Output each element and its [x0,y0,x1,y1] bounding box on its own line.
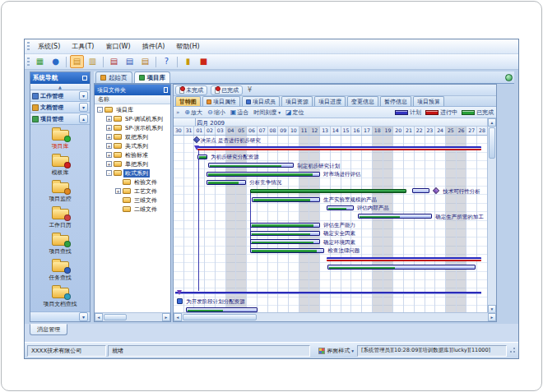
filter-extra-icon[interactable]: ¥ [248,86,252,94]
modules-icon[interactable]: ▦ [33,55,47,68]
tab-message-management[interactable]: 消息管理 [30,324,67,335]
sidebar-item-template-library[interactable]: 模板库 [30,154,90,180]
collapse-icon[interactable]: - [106,170,112,176]
gantt-task-bar[interactable] [250,223,320,228]
folder-network-icon[interactable]: ▥ [86,55,100,68]
lock-icon[interactable]: ▮ [181,55,195,68]
tree-item-1[interactable]: -项目库 [95,105,170,114]
tree-item-2[interactable]: +SP-调试机系列 [95,114,170,123]
gantt-task-bar[interactable] [250,231,320,236]
tree-item-4[interactable]: +双把系列 [95,132,170,141]
gantt-task-bar[interactable] [197,154,207,159]
expand-icon[interactable]: + [106,152,112,158]
tree-item-12[interactable]: 二维文件 [95,205,170,214]
tree-item-5[interactable]: +美式系列 [95,141,170,150]
tree-hscroll-thumb[interactable] [104,314,127,321]
gantt-vscroll-thumb[interactable] [489,127,495,159]
gantt-tab-5[interactable]: 项目进度 [314,96,346,106]
zoom-in-button[interactable]: ⊕放大 [182,108,205,118]
tree-column-header[interactable]: 名称 [95,95,170,104]
gantt-task-bar[interactable] [250,248,324,253]
scroll-right-icon[interactable]: ▸ [488,313,496,321]
gantt-tab-3[interactable]: 项目成员 [242,96,280,106]
exit-icon[interactable]: ■ [197,55,211,68]
tab-scroll-icon[interactable] [505,74,513,81]
chevron-down-icon[interactable]: ▾ [79,103,88,112]
gantt-tab-6[interactable]: 变更信息 [347,96,378,106]
interface-style-button[interactable]: 界面样式 ▾ [318,347,354,355]
sidebar-item-project-monitor[interactable]: 项目监控 [30,180,90,206]
tab-start-page[interactable]: 起始页 [95,71,132,83]
tree-item-3[interactable]: +SP-演示机系列 [95,123,170,132]
expand-icon[interactable]: + [106,134,112,140]
gantt-summary-bar[interactable] [250,189,406,193]
globe-icon[interactable]: ● [49,55,63,68]
report-user-icon[interactable]: ▤ [123,55,137,68]
expand-icon[interactable]: + [106,125,112,131]
chevron-down-icon[interactable]: ▾ [79,312,88,321]
menu-item-3[interactable]: 窗口(W) [100,40,136,53]
gantt-active-bar[interactable] [197,146,481,150]
sidebar-section-document[interactable]: 文档管理▾ [30,102,90,113]
timescale-button[interactable]: 时间刻度▾ [251,108,283,118]
gantt-task-bar[interactable] [252,197,320,202]
gantt-task-bar[interactable] [250,239,320,244]
tree-item-9[interactable]: 检验文件 [95,178,170,187]
sidebar-item-project-doc-search[interactable]: 项目文档查找 [30,285,90,311]
menu-item-2[interactable]: 工具(T) [66,40,100,53]
help-icon[interactable]: ? [160,55,174,68]
resize-grip[interactable] [508,347,516,354]
unfinished-filter-button[interactable]: 未完成 [175,85,207,95]
scroll-up-icon[interactable]: ▴ [488,118,496,127]
expand-icon[interactable]: + [106,116,112,122]
overflow-chevron-icon[interactable]: » [176,109,179,116]
gantt-task-bar[interactable] [207,172,320,177]
gantt-task-bar[interactable] [358,214,432,219]
sidebar-item-work-calendar[interactable]: 工作日历 [30,206,90,233]
gantt-vscrollbar[interactable]: ▴ ▾ [487,118,496,313]
menu-item-5[interactable]: 帮助(H) [170,40,205,53]
gantt-task-bar[interactable] [208,163,294,168]
zoom-out-button[interactable]: ⊖缩小 [205,108,228,118]
gantt-task-bar[interactable] [327,205,354,210]
folder-open-icon[interactable]: ▤ [70,55,84,68]
menu-item-4[interactable]: 插件(A) [137,40,171,53]
gantt-task-bar[interactable] [327,265,475,270]
expand-icon[interactable]: + [115,188,121,194]
gantt-tab-1[interactable]: 甘特图 [175,96,201,106]
tree-item-10[interactable]: +工艺文件 [95,187,170,196]
tree-hscrollbar[interactable]: ◂ ▸ [95,312,170,321]
sidebar-bottom-bar[interactable]: ▾ [30,311,90,321]
tree-item-7[interactable]: +单把系列 [95,159,170,168]
tab-project-library[interactable]: 项目库 [134,71,171,83]
sidebar-scroll-up[interactable]: ▲ [30,84,90,90]
sidebar-item-task-search[interactable]: 任务查找 [30,259,90,285]
expand-icon[interactable]: + [106,161,112,167]
gantt-tab-8[interactable]: 项目预算 [413,96,444,106]
report-time-icon[interactable]: ▤ [138,55,152,68]
sidebar-section-project[interactable]: 项目管理▴ [30,113,90,125]
menu-item-1[interactable]: 系统(S) [32,40,66,53]
gantt-tab-7[interactable]: 暂停信息 [380,96,411,106]
collapse-icon[interactable] [82,76,87,81]
finished-filter-button[interactable]: 已完成 [211,85,243,95]
gantt-active-bar[interactable] [327,257,481,261]
collapse-icon[interactable]: - [97,107,103,113]
tree-item-11[interactable]: 三维文件 [95,196,170,205]
fit-button[interactable]: ▣适合 [228,108,252,118]
scroll-left-icon[interactable]: ◂ [95,313,103,321]
gantt-hscroll-thumb[interactable] [183,314,257,321]
pin-icon[interactable] [164,87,168,93]
locate-button[interactable]: ◪定位 [283,108,307,118]
sidebar-item-project-library[interactable]: 项目库 [30,127,90,154]
gantt-tab-4[interactable]: 项目资源 [281,96,313,106]
gantt-hscrollbar[interactable]: ◂ ▸ [174,312,496,321]
chevron-down-icon[interactable]: ▾ [79,91,88,100]
tree-item-6[interactable]: +检验标准 [95,150,170,159]
gantt-task-bar[interactable] [412,188,429,193]
gantt-tab-2[interactable]: 项目属性 [202,96,240,106]
gantt-task-bar[interactable] [207,180,246,185]
tree-item-8[interactable]: -欧式系列 [95,168,170,178]
gantt-summary-thin-bar[interactable] [175,292,481,294]
chevron-up-icon[interactable]: ▴ [79,114,88,123]
